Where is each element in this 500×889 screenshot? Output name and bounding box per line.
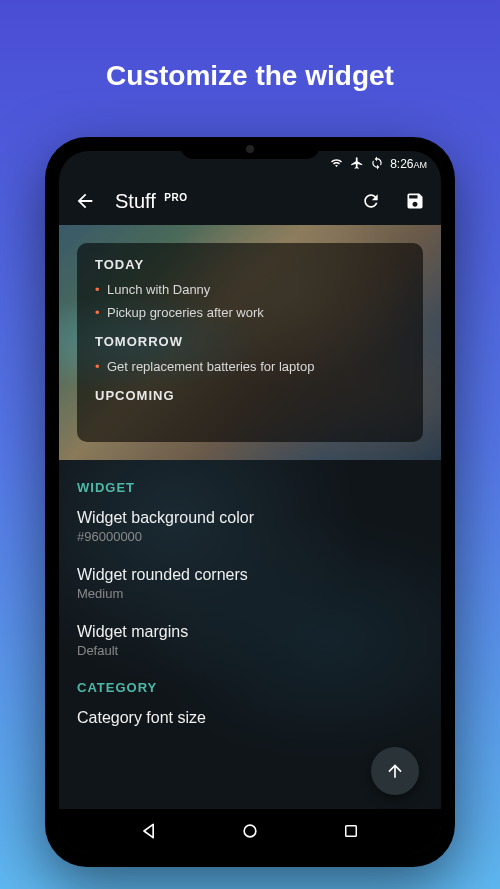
phone-notch — [180, 137, 320, 159]
setting-value: Medium — [77, 586, 423, 601]
widget-item: Get replacement batteries for laptop — [95, 355, 405, 378]
widget-section-tomorrow-title: TOMORROW — [95, 334, 405, 349]
nav-bar — [59, 809, 441, 853]
setting-widget-rounded-corners[interactable]: Widget rounded corners Medium — [77, 566, 423, 601]
settings-area[interactable]: WIDGET Widget background color #96000000… — [59, 460, 441, 759]
widget-item: Pickup groceries after work — [95, 301, 405, 324]
setting-value: Default — [77, 643, 423, 658]
setting-widget-margins[interactable]: Widget margins Default — [77, 623, 423, 658]
save-button[interactable] — [401, 187, 429, 215]
promo-title: Customize the widget — [106, 60, 394, 92]
refresh-button[interactable] — [357, 187, 385, 215]
phone-frame: 8:26AM Stuff PRO — [45, 137, 455, 867]
setting-title: Widget background color — [77, 509, 423, 527]
app-pro-badge: PRO — [164, 192, 187, 203]
svg-point-0 — [244, 825, 256, 837]
wifi-icon — [329, 157, 344, 172]
nav-recent-button[interactable] — [336, 816, 366, 846]
phone-screen: 8:26AM Stuff PRO — [59, 151, 441, 853]
scroll-top-fab[interactable] — [371, 747, 419, 795]
settings-header-widget: WIDGET — [77, 480, 423, 495]
status-time: 8:26AM — [390, 157, 427, 171]
back-button[interactable] — [71, 187, 99, 215]
svg-rect-1 — [345, 826, 356, 837]
content-area: TODAY Lunch with Danny Pickup groceries … — [59, 225, 441, 809]
setting-category-font-size[interactable]: Category font size — [77, 709, 423, 727]
app-bar: Stuff PRO — [59, 177, 441, 225]
app-title: Stuff — [115, 190, 156, 212]
setting-title: Widget margins — [77, 623, 423, 641]
widget-section-today-title: TODAY — [95, 257, 405, 272]
widget-item: Lunch with Danny — [95, 278, 405, 301]
app-title-container: Stuff PRO — [115, 190, 187, 213]
settings-header-category: CATEGORY — [77, 680, 423, 695]
widget-section-upcoming-title: UPCOMING — [95, 388, 405, 403]
promo-background: Customize the widget 8:26AM — [0, 0, 500, 889]
nav-home-button[interactable] — [235, 816, 265, 846]
setting-title: Widget rounded corners — [77, 566, 423, 584]
sync-icon — [370, 156, 384, 173]
nav-back-button[interactable] — [134, 816, 164, 846]
setting-value: #96000000 — [77, 529, 423, 544]
widget-preview-area: TODAY Lunch with Danny Pickup groceries … — [59, 225, 441, 460]
widget-preview-card: TODAY Lunch with Danny Pickup groceries … — [77, 243, 423, 442]
airplane-icon — [350, 156, 364, 173]
setting-widget-background-color[interactable]: Widget background color #96000000 — [77, 509, 423, 544]
setting-title: Category font size — [77, 709, 423, 727]
